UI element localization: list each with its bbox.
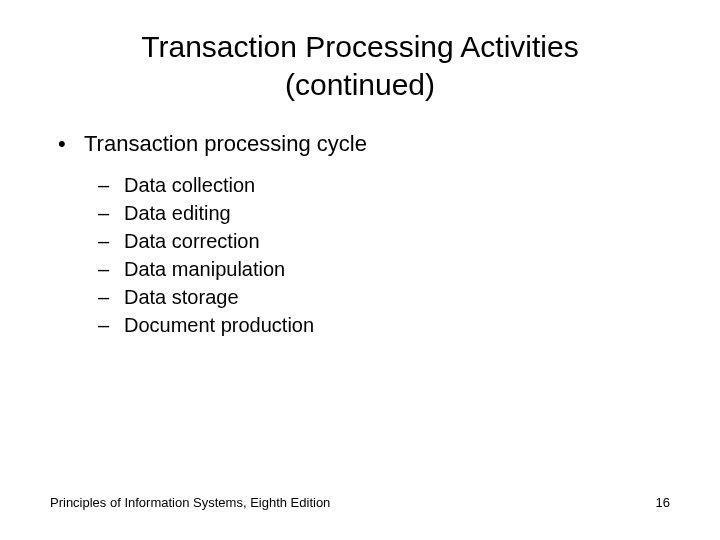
page-number: 16 <box>656 495 670 510</box>
sub-bullet-text: Data storage <box>124 283 239 311</box>
dash-icon: – <box>98 311 124 339</box>
dash-icon: – <box>98 227 124 255</box>
list-item: – Data collection <box>98 171 670 199</box>
footer-source: Principles of Information Systems, Eight… <box>50 495 330 510</box>
list-item: – Data editing <box>98 199 670 227</box>
slide-title: Transaction Processing Activities (conti… <box>50 28 670 103</box>
bullet-dot-icon: • <box>56 131 84 157</box>
slide-footer: Principles of Information Systems, Eight… <box>50 495 670 510</box>
dash-icon: – <box>98 171 124 199</box>
slide-content: • Transaction processing cycle – Data co… <box>50 131 670 339</box>
bullet-level1-text: Transaction processing cycle <box>84 131 367 157</box>
title-line-1: Transaction Processing Activities <box>141 30 578 63</box>
dash-icon: – <box>98 283 124 311</box>
list-item: – Data storage <box>98 283 670 311</box>
title-line-2: (continued) <box>285 68 435 101</box>
sub-bullet-list: – Data collection – Data editing – Data … <box>56 171 670 339</box>
slide: Transaction Processing Activities (conti… <box>0 0 720 540</box>
list-item: – Data correction <box>98 227 670 255</box>
sub-bullet-text: Data manipulation <box>124 255 285 283</box>
list-item: – Document production <box>98 311 670 339</box>
sub-bullet-text: Data collection <box>124 171 255 199</box>
sub-bullet-text: Data editing <box>124 199 231 227</box>
sub-bullet-text: Document production <box>124 311 314 339</box>
sub-bullet-text: Data correction <box>124 227 260 255</box>
dash-icon: – <box>98 255 124 283</box>
dash-icon: – <box>98 199 124 227</box>
list-item: – Data manipulation <box>98 255 670 283</box>
bullet-level1: • Transaction processing cycle <box>56 131 670 157</box>
